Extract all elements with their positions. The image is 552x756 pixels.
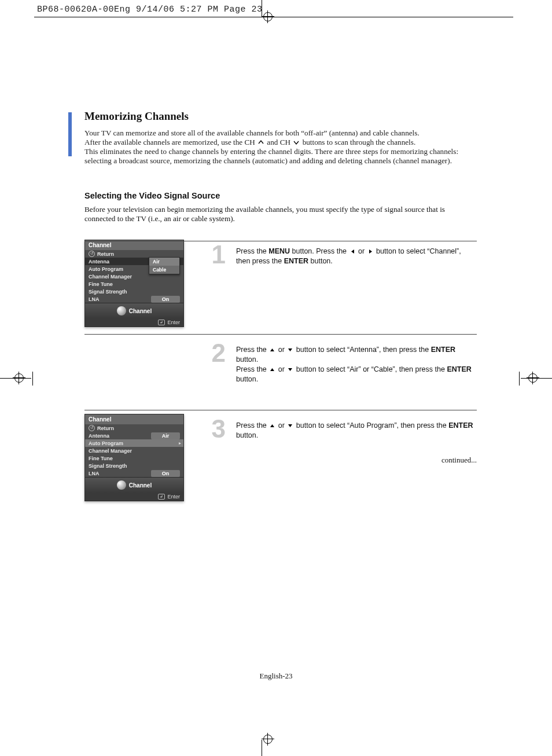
t: ENTER: [448, 421, 473, 430]
t: button.: [236, 355, 258, 364]
menu2-return-label: Return: [97, 425, 114, 431]
t: button.: [308, 257, 333, 265]
intro-line-2b: and CH: [267, 138, 292, 146]
menu2-lna-label: LNA: [89, 471, 100, 476]
step-1: Channel ↺ Return Antenna Auto Program: [84, 236, 477, 334]
menu2-footer-label: Channel: [129, 482, 152, 489]
menu1-finetune-label: Fine Tune: [89, 281, 113, 287]
menu1-enter-label: Enter: [167, 320, 180, 325]
menu1-lna-value: On: [151, 296, 180, 303]
t: MENU: [268, 247, 290, 255]
menu1-return-label: Return: [97, 251, 114, 257]
menu1-channelmanager-label: Channel Manager: [89, 274, 132, 280]
enter-icon: ↲: [158, 494, 165, 500]
menu2-logo-icon: [117, 480, 126, 490]
accent-bar: [68, 112, 72, 156]
registration-mark-right: [527, 372, 539, 384]
ch-down-icon: [293, 138, 299, 148]
up-arrow-icon: [270, 346, 275, 355]
menu2-finetune: Fine Tune: [85, 454, 183, 462]
step-3: Channel ↺ Return Antenna Air Auto Progra…: [84, 410, 477, 508]
return-icon: ↺: [89, 251, 95, 257]
page-content: Memorizing Channels Your TV can memorize…: [68, 110, 477, 508]
menu1-signalstrength-label: Signal Strength: [89, 289, 127, 295]
caret-right-icon: ▸: [179, 441, 181, 446]
menu1-title: Channel: [85, 240, 183, 250]
step-3-text: Press the or button to select “Auto Prog…: [226, 410, 477, 441]
t: Press the: [236, 365, 268, 373]
t: button to select “Auto Program”, then pr…: [296, 421, 448, 430]
menu2-channelmanager-label: Channel Manager: [89, 448, 132, 454]
menu1-finetune: Fine Tune: [85, 280, 183, 288]
up-arrow-icon: [270, 365, 275, 375]
t: button. Press the: [290, 247, 348, 255]
t: button.: [236, 375, 258, 383]
page-title: Memorizing Channels: [84, 110, 477, 123]
t: button.: [236, 431, 258, 439]
step-2: 2 Press the or button to select “Antenna…: [84, 334, 477, 387]
ch-up-icon: [258, 138, 264, 148]
menu1-antenna-opt-cable: Cable: [149, 266, 179, 274]
enter-icon: ↲: [158, 320, 165, 325]
intro-line-1: Your TV can memorize and store all of th…: [84, 129, 419, 137]
menu1-logo-icon: [117, 306, 126, 315]
step-2-number: 2: [189, 335, 226, 366]
menu2-signalstrength: Signal Strength: [85, 462, 183, 469]
t: ENTER: [431, 346, 455, 354]
menu2-footer: Channel: [85, 477, 183, 493]
t: or: [278, 346, 287, 354]
menu2-title: Channel: [85, 414, 183, 424]
lead-paragraph: Before your television can begin memoriz…: [84, 205, 477, 223]
t: Press the: [236, 247, 268, 255]
menu1-footer: Channel: [85, 303, 183, 318]
t: or: [278, 421, 287, 430]
down-arrow-icon: [288, 421, 293, 431]
menu2-antenna-value: Air: [151, 432, 180, 439]
t: or: [278, 365, 287, 373]
t: button to select “Air” or “Cable”, then …: [296, 365, 447, 373]
step-2-text: Press the or button to select “Antenna”,…: [226, 335, 477, 384]
t: button to select “Antenna”, then press t…: [296, 346, 431, 354]
menu1-antenna-opt-air: Air: [149, 258, 179, 266]
menu2-channelmanager: Channel Manager: [85, 447, 183, 454]
t: Press the: [236, 421, 268, 430]
registration-mark-left: [13, 372, 25, 384]
registration-mark-bottom: [262, 733, 274, 746]
intro-line-3: This eliminates the need to change chann…: [84, 147, 458, 156]
menu1-signalstrength: Signal Strength: [85, 288, 183, 295]
steps-block: Channel ↺ Return Antenna Auto Program: [84, 236, 477, 387]
down-arrow-icon: [288, 365, 293, 375]
menu1-footer-label: Channel: [129, 308, 152, 314]
menu1-lna: LNA On: [85, 295, 183, 303]
menu2-autoprogram-label: Auto Program: [89, 441, 123, 446]
onscreen-menu-1: Channel ↺ Return Antenna Auto Program: [84, 240, 184, 327]
continued-label: continued...: [441, 456, 477, 465]
menu2-lna: LNA On: [85, 469, 183, 477]
intro-line-4: selecting a broadcast source, memorizing…: [84, 156, 452, 165]
menu1-statusbar: ↲ Enter: [85, 318, 183, 326]
intro-line-2a: After the available channels are memoriz…: [84, 138, 257, 146]
steps-block-lower: Channel ↺ Return Antenna Air Auto Progra…: [84, 410, 477, 508]
down-arrow-icon: [288, 346, 293, 355]
crop-tick-left: [32, 372, 33, 386]
slug-line: BP68-00620A-00Eng 9/14/06 5:27 PM Page 2…: [37, 5, 263, 14]
menu1-autoprogram-label: Auto Program: [89, 266, 123, 272]
menu2-lna-value: On: [151, 470, 180, 477]
menu2-finetune-label: Fine Tune: [89, 456, 113, 461]
menu1-antenna-label: Antenna: [89, 259, 109, 265]
menu1-lna-label: LNA: [89, 296, 100, 302]
crop-tick-right: [519, 372, 520, 386]
subheading: Selecting the Video Signal Source: [84, 191, 477, 200]
menu1-antenna-dropdown: Air Cable: [149, 257, 180, 274]
page-number: English-23: [259, 671, 292, 681]
step-3-number: 3: [189, 410, 226, 442]
menu2-signalstrength-label: Signal Strength: [89, 463, 127, 469]
t: ENTER: [284, 257, 308, 265]
registration-mark-top: [262, 10, 274, 23]
menu2-autoprogram: Auto Program ▸: [85, 439, 183, 447]
return-icon: ↺: [89, 425, 95, 431]
t: ENTER: [447, 365, 471, 373]
menu2-enter-label: Enter: [167, 494, 180, 500]
left-arrow-icon: [350, 247, 355, 257]
menu2-return: ↺ Return: [85, 424, 183, 432]
